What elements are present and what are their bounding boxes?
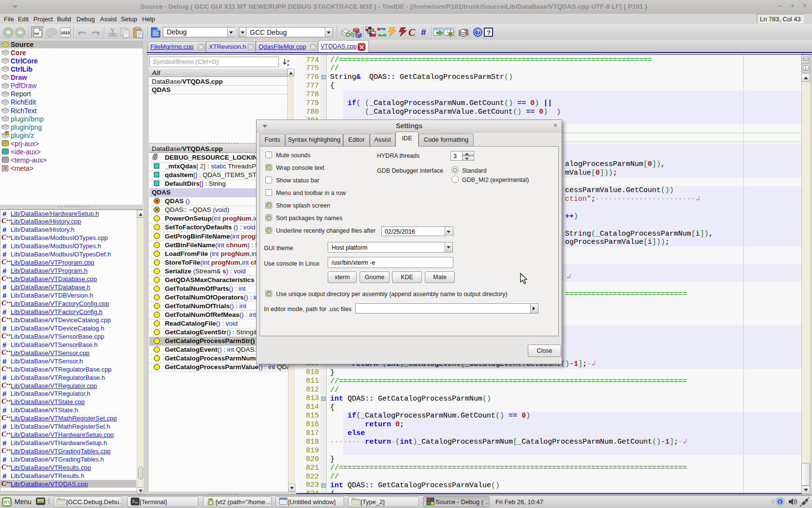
svg-text:z: z [287,62,289,66]
svg-text:?: ? [487,29,491,36]
svg-text:1010: 1010 [61,30,70,35]
svg-text:?: ? [476,29,479,36]
svg-text:i: i [779,499,781,505]
svg-text:txt: txt [34,31,39,36]
svg-text:?: ? [464,27,468,35]
